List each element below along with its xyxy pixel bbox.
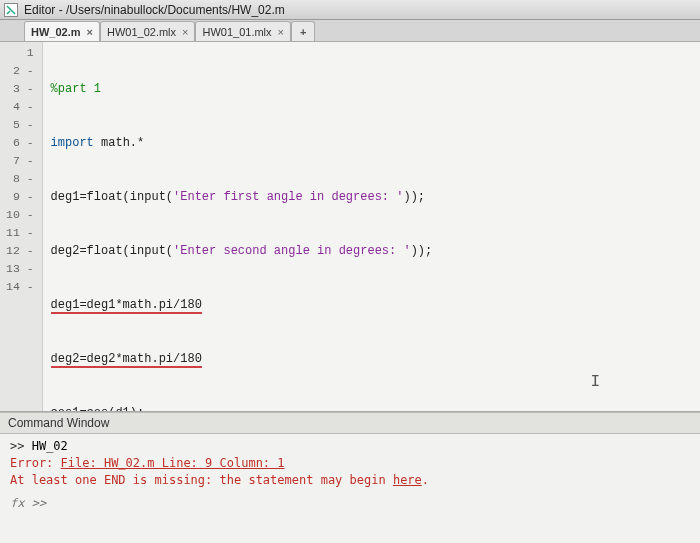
prompt: >> [10,439,32,453]
command-input: HW_02 [32,439,68,453]
code-text: deg1=deg1*math.pi/180 [51,298,202,314]
line-number: 10 - [6,206,34,224]
code-text: %part 1 [51,82,101,96]
code-editor[interactable]: %part 1 import math.* deg1=float(input('… [43,42,700,411]
error-text: At least one END is missing: the stateme… [10,473,393,487]
command-window: Command Window >> HW_02 Error: File: HW_… [0,412,700,543]
error-text: Error: [10,456,61,470]
editor-icon [4,3,18,17]
tab-label: HW01_02.mlx [107,26,176,38]
tab-hw02[interactable]: HW_02.m × [24,21,100,41]
code-text: cos1=cos(d1); [51,406,145,412]
command-window-body[interactable]: >> HW_02 Error: File: HW_02.m Line: 9 Co… [0,434,700,516]
line-number: 2 - [6,62,34,80]
new-tab-button[interactable]: + [291,21,315,41]
tab-label: HW01_01.mlx [202,26,271,38]
fx-prompt[interactable]: fx >> [10,489,690,512]
tab-hw01-01[interactable]: HW01_01.mlx × [195,21,291,41]
code-text: deg2=float(input( [51,244,173,258]
code-text: 'Enter second angle in degrees: ' [173,244,411,258]
line-number: 9 - [6,188,34,206]
close-icon[interactable]: × [278,26,284,38]
line-number: 5 - [6,116,34,134]
error-link[interactable]: File: HW_02.m Line: 9 Column: 1 [61,456,285,470]
line-number: 8 - [6,170,34,188]
window-title: Editor - /Users/ninabullock/Documents/HW… [24,3,285,17]
line-number: 6 - [6,134,34,152]
error-link[interactable]: here [393,473,422,487]
tab-label: HW_02.m [31,26,81,38]
code-text: 'Enter first angle in degrees: ' [173,190,403,204]
close-icon[interactable]: × [182,26,188,38]
tab-hw01-02[interactable]: HW01_02.mlx × [100,21,196,41]
line-number: 3 - [6,80,34,98]
line-number: 1 [6,44,34,62]
line-gutter: 1 2 - 3 - 4 - 5 - 6 - 7 - 8 - 9 - 10 - 1… [0,42,43,411]
tab-strip: HW_02.m × HW01_02.mlx × HW01_01.mlx × + [0,20,700,42]
code-text: )); [403,190,425,204]
editor-area[interactable]: 1 2 - 3 - 4 - 5 - 6 - 7 - 8 - 9 - 10 - 1… [0,42,700,412]
plus-icon: + [300,26,306,38]
text-cursor-icon: I [590,373,600,391]
line-number: 4 - [6,98,34,116]
line-number: 7 - [6,152,34,170]
line-number: 14 - [6,278,34,296]
close-icon[interactable]: × [87,26,93,38]
line-number: 13 - [6,260,34,278]
line-number: 12 - [6,242,34,260]
line-number: 11 - [6,224,34,242]
code-text: math.* [94,136,144,150]
window-title-bar: Editor - /Users/ninabullock/Documents/HW… [0,0,700,20]
code-text: )); [411,244,433,258]
code-text: import [51,136,94,150]
error-text: . [422,473,429,487]
command-window-title: Command Window [0,413,700,434]
code-text: deg2=deg2*math.pi/180 [51,352,202,368]
code-text: deg1=float(input( [51,190,173,204]
